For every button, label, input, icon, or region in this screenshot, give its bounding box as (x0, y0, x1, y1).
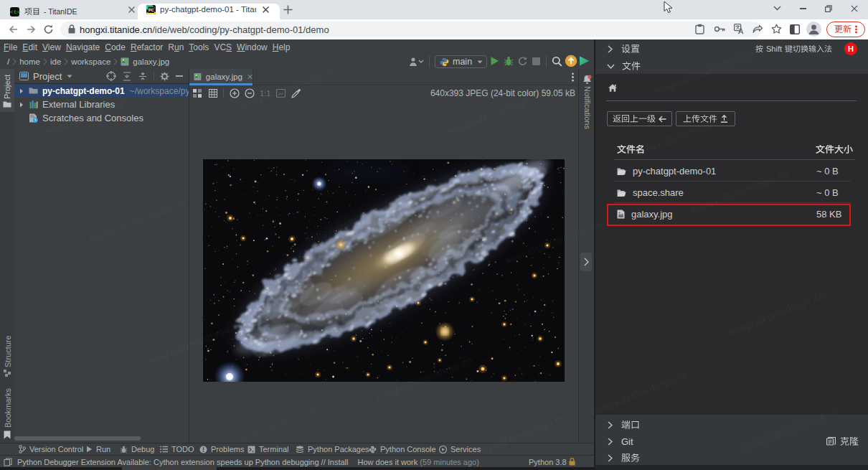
svg-text:PC: PC (148, 8, 154, 12)
